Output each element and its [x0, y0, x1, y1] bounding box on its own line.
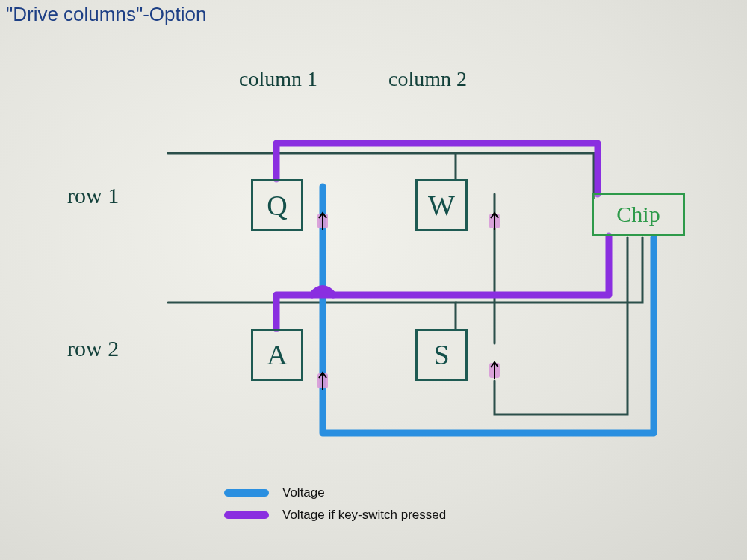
legend-row-voltage: Voltage	[224, 485, 446, 500]
key-q-label: Q	[267, 189, 287, 222]
diode-a	[317, 373, 328, 388]
chip-label: Chip	[616, 202, 660, 227]
wire-layer-voltage-pressed	[0, 0, 747, 560]
label-column-2: column 2	[388, 67, 467, 91]
label-row-1: row 1	[67, 183, 119, 208]
wire-layer-base	[0, 0, 747, 560]
key-a: A	[251, 329, 303, 381]
key-w: W	[415, 179, 468, 231]
key-q: Q	[251, 179, 303, 231]
diagram-title: "Drive columns"-Option	[6, 3, 206, 26]
wire-layer-voltage	[0, 0, 747, 560]
key-a-label: A	[267, 338, 287, 371]
legend-row-voltage-pressed: Voltage if key-switch pressed	[224, 508, 446, 523]
label-column-1: column 1	[239, 67, 317, 91]
diagram-stage: { "title": "\"Drive columns\"-Option", "…	[0, 0, 747, 560]
diode-w	[489, 214, 500, 228]
legend-text-voltage: Voltage	[282, 485, 325, 500]
legend: Voltage Voltage if key-switch pressed	[224, 485, 446, 530]
label-row-2: row 2	[67, 336, 119, 361]
key-w-label: W	[428, 189, 455, 222]
key-s: S	[415, 329, 468, 381]
diode-q	[317, 214, 328, 228]
chip-box: Chip	[592, 193, 685, 236]
legend-text-voltage-pressed: Voltage if key-switch pressed	[282, 508, 446, 523]
legend-swatch-voltage	[224, 489, 269, 497]
diode-s	[489, 363, 500, 378]
key-s-label: S	[433, 338, 449, 371]
legend-swatch-voltage-pressed	[224, 511, 269, 519]
